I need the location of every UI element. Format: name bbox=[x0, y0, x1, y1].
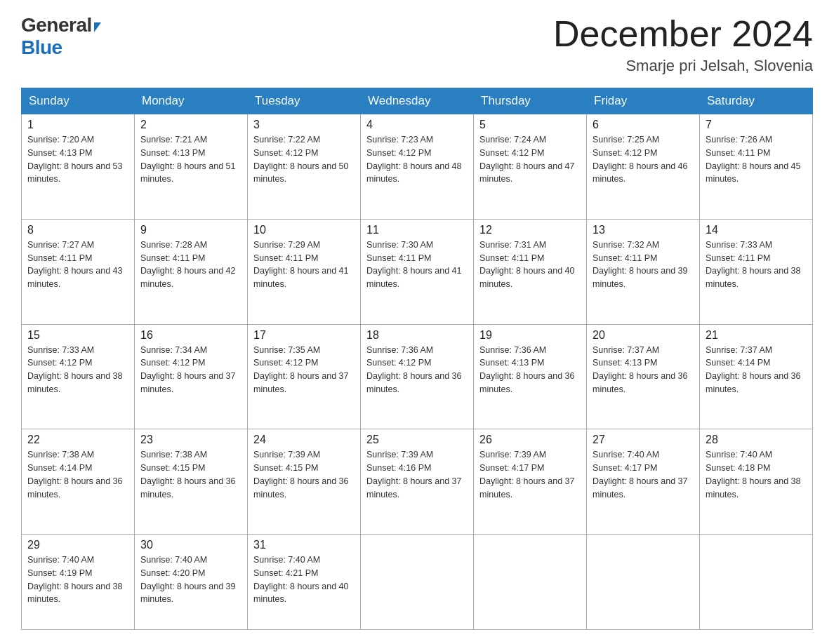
day-info: Sunrise: 7:23 AMSunset: 4:12 PMDaylight:… bbox=[366, 135, 462, 184]
calendar-day-cell: 7 Sunrise: 7:26 AMSunset: 4:11 PMDayligh… bbox=[700, 114, 813, 220]
day-info: Sunrise: 7:39 AMSunset: 4:15 PMDaylight:… bbox=[253, 450, 349, 499]
calendar-day-cell: 10 Sunrise: 7:29 AMSunset: 4:11 PMDaylig… bbox=[248, 219, 361, 324]
header-wednesday: Wednesday bbox=[361, 88, 474, 114]
day-info: Sunrise: 7:36 AMSunset: 4:13 PMDaylight:… bbox=[479, 345, 575, 394]
calendar-day-cell: 2 Sunrise: 7:21 AMSunset: 4:13 PMDayligh… bbox=[135, 114, 248, 220]
calendar-day-cell: 25 Sunrise: 7:39 AMSunset: 4:16 PMDaylig… bbox=[361, 429, 474, 535]
header-friday: Friday bbox=[587, 88, 700, 114]
day-info: Sunrise: 7:33 AMSunset: 4:12 PMDaylight:… bbox=[27, 345, 123, 394]
calendar-table: Sunday Monday Tuesday Wednesday Thursday… bbox=[21, 88, 813, 630]
header-tuesday: Tuesday bbox=[248, 88, 361, 114]
day-number: 9 bbox=[140, 224, 241, 236]
day-number: 31 bbox=[253, 539, 355, 551]
day-info: Sunrise: 7:40 AMSunset: 4:18 PMDaylight:… bbox=[706, 450, 801, 499]
calendar-day-cell: 16 Sunrise: 7:34 AMSunset: 4:12 PMDaylig… bbox=[135, 324, 248, 429]
day-info: Sunrise: 7:26 AMSunset: 4:11 PMDaylight:… bbox=[706, 135, 801, 184]
day-info: Sunrise: 7:32 AMSunset: 4:11 PMDaylight:… bbox=[593, 240, 688, 289]
day-info: Sunrise: 7:39 AMSunset: 4:17 PMDaylight:… bbox=[479, 450, 575, 499]
logo-general-text: General bbox=[21, 14, 92, 36]
day-number: 1 bbox=[27, 119, 128, 131]
day-number: 23 bbox=[140, 434, 241, 446]
calendar-day-cell: 23 Sunrise: 7:38 AMSunset: 4:15 PMDaylig… bbox=[135, 429, 248, 535]
calendar-day-cell: 11 Sunrise: 7:30 AMSunset: 4:11 PMDaylig… bbox=[361, 219, 474, 324]
day-info: Sunrise: 7:31 AMSunset: 4:11 PMDaylight:… bbox=[479, 240, 575, 289]
day-info: Sunrise: 7:37 AMSunset: 4:13 PMDaylight:… bbox=[593, 345, 688, 394]
calendar-day-cell: 12 Sunrise: 7:31 AMSunset: 4:11 PMDaylig… bbox=[474, 219, 587, 324]
calendar-day-cell: 3 Sunrise: 7:22 AMSunset: 4:12 PMDayligh… bbox=[248, 114, 361, 220]
day-number: 16 bbox=[140, 329, 241, 342]
day-info: Sunrise: 7:30 AMSunset: 4:11 PMDaylight:… bbox=[366, 240, 462, 289]
calendar-day-cell: 21 Sunrise: 7:37 AMSunset: 4:14 PMDaylig… bbox=[700, 324, 813, 429]
location-subtitle: Smarje pri Jelsah, Slovenia bbox=[553, 57, 813, 75]
day-number: 10 bbox=[253, 224, 355, 236]
calendar-week-row: 1 Sunrise: 7:20 AMSunset: 4:13 PMDayligh… bbox=[22, 114, 813, 220]
page: General Blue December 2024 Smarje pri Je… bbox=[0, 0, 834, 644]
day-info: Sunrise: 7:33 AMSunset: 4:11 PMDaylight:… bbox=[706, 240, 801, 289]
day-number: 26 bbox=[479, 434, 581, 446]
logo: General Blue bbox=[21, 14, 101, 59]
day-info: Sunrise: 7:35 AMSunset: 4:12 PMDaylight:… bbox=[253, 345, 349, 394]
day-info: Sunrise: 7:36 AMSunset: 4:12 PMDaylight:… bbox=[366, 345, 462, 394]
day-info: Sunrise: 7:20 AMSunset: 4:13 PMDaylight:… bbox=[27, 135, 123, 184]
day-number: 4 bbox=[366, 119, 468, 131]
calendar-day-cell: 22 Sunrise: 7:38 AMSunset: 4:14 PMDaylig… bbox=[22, 429, 135, 535]
calendar-day-cell: 5 Sunrise: 7:24 AMSunset: 4:12 PMDayligh… bbox=[474, 114, 587, 220]
header: General Blue December 2024 Smarje pri Je… bbox=[21, 14, 813, 75]
calendar-day-cell: 31 Sunrise: 7:40 AMSunset: 4:21 PMDaylig… bbox=[248, 535, 361, 630]
header-sunday: Sunday bbox=[22, 88, 135, 114]
calendar-week-row: 15 Sunrise: 7:33 AMSunset: 4:12 PMDaylig… bbox=[22, 324, 813, 429]
day-number: 3 bbox=[253, 119, 355, 131]
month-title: December 2024 bbox=[553, 14, 813, 54]
day-number: 15 bbox=[27, 329, 128, 342]
calendar-day-cell bbox=[587, 535, 700, 630]
day-number: 6 bbox=[593, 119, 694, 131]
calendar-week-row: 22 Sunrise: 7:38 AMSunset: 4:14 PMDaylig… bbox=[22, 429, 813, 535]
day-info: Sunrise: 7:38 AMSunset: 4:14 PMDaylight:… bbox=[27, 450, 123, 499]
day-info: Sunrise: 7:22 AMSunset: 4:12 PMDaylight:… bbox=[253, 135, 349, 184]
day-info: Sunrise: 7:29 AMSunset: 4:11 PMDaylight:… bbox=[253, 240, 349, 289]
day-number: 30 bbox=[140, 539, 241, 551]
calendar-day-cell: 26 Sunrise: 7:39 AMSunset: 4:17 PMDaylig… bbox=[474, 429, 587, 535]
day-number: 25 bbox=[366, 434, 468, 446]
day-number: 12 bbox=[479, 224, 581, 236]
calendar-day-cell bbox=[700, 535, 813, 630]
title-area: December 2024 Smarje pri Jelsah, Sloveni… bbox=[553, 14, 813, 75]
calendar-day-cell: 29 Sunrise: 7:40 AMSunset: 4:19 PMDaylig… bbox=[22, 535, 135, 630]
day-number: 27 bbox=[593, 434, 694, 446]
day-info: Sunrise: 7:21 AMSunset: 4:13 PMDaylight:… bbox=[140, 135, 236, 184]
calendar-day-cell: 24 Sunrise: 7:39 AMSunset: 4:15 PMDaylig… bbox=[248, 429, 361, 535]
day-info: Sunrise: 7:27 AMSunset: 4:11 PMDaylight:… bbox=[27, 240, 123, 289]
day-info: Sunrise: 7:40 AMSunset: 4:19 PMDaylight:… bbox=[27, 555, 123, 604]
calendar-day-cell: 8 Sunrise: 7:27 AMSunset: 4:11 PMDayligh… bbox=[22, 219, 135, 324]
day-info: Sunrise: 7:28 AMSunset: 4:11 PMDaylight:… bbox=[140, 240, 236, 289]
header-thursday: Thursday bbox=[474, 88, 587, 114]
calendar-day-cell: 30 Sunrise: 7:40 AMSunset: 4:20 PMDaylig… bbox=[135, 535, 248, 630]
calendar-day-cell: 9 Sunrise: 7:28 AMSunset: 4:11 PMDayligh… bbox=[135, 219, 248, 324]
header-monday: Monday bbox=[135, 88, 248, 114]
day-info: Sunrise: 7:24 AMSunset: 4:12 PMDaylight:… bbox=[479, 135, 575, 184]
calendar-day-cell: 6 Sunrise: 7:25 AMSunset: 4:12 PMDayligh… bbox=[587, 114, 700, 220]
calendar-day-cell: 4 Sunrise: 7:23 AMSunset: 4:12 PMDayligh… bbox=[361, 114, 474, 220]
day-number: 7 bbox=[706, 119, 807, 131]
day-info: Sunrise: 7:40 AMSunset: 4:21 PMDaylight:… bbox=[253, 555, 349, 604]
day-number: 22 bbox=[27, 434, 128, 446]
day-number: 5 bbox=[479, 119, 581, 131]
calendar-day-cell: 27 Sunrise: 7:40 AMSunset: 4:17 PMDaylig… bbox=[587, 429, 700, 535]
day-number: 8 bbox=[27, 224, 128, 236]
day-number: 17 bbox=[253, 329, 355, 342]
calendar-day-cell: 20 Sunrise: 7:37 AMSunset: 4:13 PMDaylig… bbox=[587, 324, 700, 429]
calendar-day-cell bbox=[474, 535, 587, 630]
calendar-day-cell bbox=[361, 535, 474, 630]
day-number: 20 bbox=[593, 329, 694, 342]
weekday-header-row: Sunday Monday Tuesday Wednesday Thursday… bbox=[22, 88, 813, 114]
day-number: 14 bbox=[706, 224, 807, 236]
calendar-day-cell: 17 Sunrise: 7:35 AMSunset: 4:12 PMDaylig… bbox=[248, 324, 361, 429]
calendar-day-cell: 1 Sunrise: 7:20 AMSunset: 4:13 PMDayligh… bbox=[22, 114, 135, 220]
day-number: 11 bbox=[366, 224, 468, 236]
header-saturday: Saturday bbox=[700, 88, 813, 114]
calendar-day-cell: 14 Sunrise: 7:33 AMSunset: 4:11 PMDaylig… bbox=[700, 219, 813, 324]
day-info: Sunrise: 7:40 AMSunset: 4:20 PMDaylight:… bbox=[140, 555, 236, 604]
calendar-day-cell: 15 Sunrise: 7:33 AMSunset: 4:12 PMDaylig… bbox=[22, 324, 135, 429]
calendar-week-row: 29 Sunrise: 7:40 AMSunset: 4:19 PMDaylig… bbox=[22, 535, 813, 630]
day-info: Sunrise: 7:38 AMSunset: 4:15 PMDaylight:… bbox=[140, 450, 236, 499]
